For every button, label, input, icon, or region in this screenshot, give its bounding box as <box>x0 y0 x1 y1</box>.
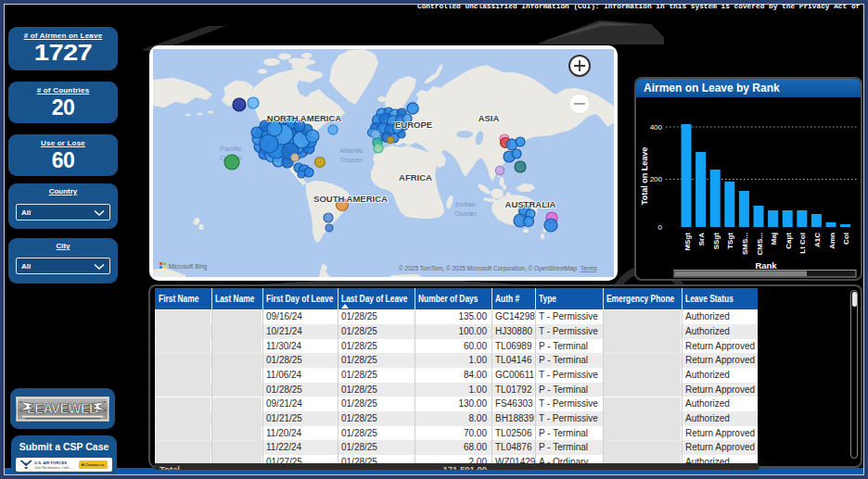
svg-text:AUSTRALIA: AUSTRALIA <box>505 199 556 209</box>
svg-text:Capt: Capt <box>785 233 793 249</box>
svg-text:SMS...: SMS... <box>741 233 749 255</box>
svg-text:CMS...: CMS... <box>756 233 764 255</box>
svg-text:AFRICA: AFRICA <box>399 172 432 183</box>
svg-text:SrA: SrA <box>697 233 706 246</box>
svg-text:Microsoft Bing: Microsoft Bing <box>169 263 208 271</box>
svg-text:NORTH AMERICA: NORTH AMERICA <box>267 113 342 123</box>
svg-text:ASIA: ASIA <box>479 113 500 123</box>
svg-text:SSgt: SSgt <box>712 233 721 250</box>
svg-text:LEAVEWEB: LEAVEWEB <box>27 401 98 416</box>
svg-text:Rank: Rank <box>755 260 777 271</box>
svg-text:A1C: A1C <box>813 233 822 247</box>
svg-text:Maj: Maj <box>770 233 778 245</box>
svg-text:✉ Contact us: ✉ Contact us <box>81 462 105 467</box>
svg-text:SOUTH AMERICA: SOUTH AMERICA <box>313 194 388 204</box>
svg-text:Terms: Terms <box>581 265 597 271</box>
svg-text:Indian: Indian <box>455 200 476 208</box>
svg-text:Col: Col <box>842 233 850 245</box>
svg-text:Lt Col: Lt Col <box>798 233 807 254</box>
svg-text:EUROPE: EUROPE <box>395 120 432 130</box>
svg-text:400: 400 <box>650 123 663 132</box>
svg-text:U.S. AIR FORCES: U.S. AIR FORCES <box>34 460 67 465</box>
svg-text:Amn: Amn <box>828 233 836 249</box>
svg-text:Ocean: Ocean <box>340 156 363 164</box>
svg-text:Ocean: Ocean <box>454 209 477 218</box>
svg-text:© 2025 TomTom, © 2025 Microsof: © 2025 TomTom, © 2025 Microsoft Corporat… <box>399 265 577 272</box>
svg-text:Atlantic: Atlantic <box>339 146 364 155</box>
svg-text:TSgt: TSgt <box>726 233 734 249</box>
svg-text:0: 0 <box>658 223 663 232</box>
svg-text:200: 200 <box>650 175 663 183</box>
svg-text:Pacific: Pacific <box>220 145 242 153</box>
svg-text:Over No distance. I will...: Over No distance. I will... <box>34 466 71 470</box>
svg-text:Total on Leave: Total on Leave <box>640 147 649 205</box>
svg-text:MSgt: MSgt <box>683 233 692 251</box>
